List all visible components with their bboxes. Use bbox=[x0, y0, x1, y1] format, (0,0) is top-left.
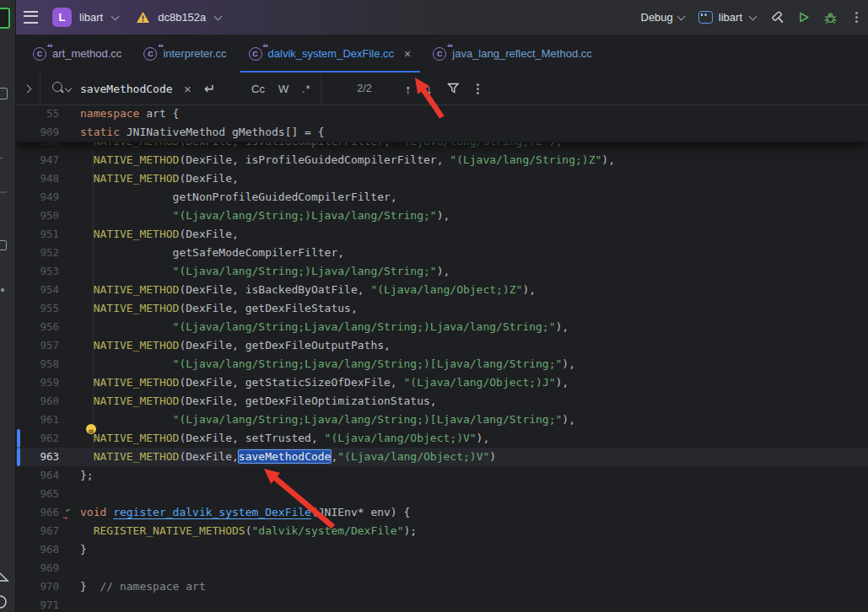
hamburger-icon[interactable] bbox=[24, 11, 38, 24]
code-line-969[interactable]: 969 bbox=[15, 559, 868, 577]
line-number: 948 bbox=[15, 169, 59, 188]
code-line-959[interactable]: 959 NATIVE_METHOD(DexFile, getStaticSize… bbox=[15, 373, 868, 392]
intention-bulb-icon[interactable] bbox=[86, 424, 96, 434]
line-number: 959 bbox=[15, 373, 59, 392]
structure-tool-icon[interactable] bbox=[0, 240, 7, 250]
code-line-968[interactable]: 968} bbox=[15, 540, 868, 559]
line-number: 957 bbox=[15, 336, 59, 355]
multiline-toggle-icon[interactable]: ↵ bbox=[204, 72, 215, 105]
line-number: 970 bbox=[15, 577, 59, 596]
code-line-952[interactable]: 952 getSafeModeCompilerFilter, bbox=[15, 244, 868, 262]
expand-search-button[interactable] bbox=[15, 72, 40, 105]
tab-bar: Cart_method.ccCinterpreter.ccCdalvik_sys… bbox=[15, 35, 868, 73]
code-line-963[interactable]: 963 NATIVE_METHOD(DexFile,saveMethodCode… bbox=[15, 448, 868, 466]
chevron-down-icon[interactable] bbox=[214, 12, 223, 20]
code-line-956[interactable]: 956 "(Ljava/lang/String;Ljava/lang/Strin… bbox=[15, 318, 868, 336]
project-name[interactable]: libart bbox=[79, 11, 103, 24]
code-line-947[interactable]: 947 NATIVE_METHOD(DexFile, isProfileGuid… bbox=[15, 151, 868, 169]
line-number: 969 bbox=[15, 559, 59, 577]
code-line-954[interactable]: 954 NATIVE_METHOD(DexFile, isBackedByOat… bbox=[15, 281, 868, 299]
code-line-960[interactable]: 960 NATIVE_METHOD(DexFile, getDexFileOpt… bbox=[15, 392, 868, 411]
editor[interactable]: 946 NATIVE_METHOD(DexFile, isValidCompil… bbox=[15, 105, 868, 612]
regex-toggle[interactable]: .* bbox=[302, 72, 311, 105]
circle-icon[interactable] bbox=[0, 593, 10, 612]
search-magnifier-icon[interactable] bbox=[52, 82, 62, 92]
code-text: NATIVE_METHOD(DexFile, isBackedByOatFile… bbox=[80, 281, 536, 299]
branch-name[interactable]: dc8b152a bbox=[158, 11, 206, 24]
build-hammer-icon[interactable] bbox=[770, 11, 784, 24]
code-line-958[interactable]: 958 "(Ljava/lang/String;Ljava/lang/Strin… bbox=[15, 355, 868, 373]
match-case-toggle[interactable]: Cc bbox=[251, 72, 265, 105]
code-text: NATIVE_METHOD(DexFile, getStaticSizeOfDe… bbox=[80, 373, 569, 392]
code-text: NATIVE_METHOD(DexFile, bbox=[80, 169, 239, 188]
tab-label: art_method.cc bbox=[52, 47, 121, 60]
line-number: 966 bbox=[15, 503, 59, 522]
run-play-icon[interactable] bbox=[797, 11, 811, 24]
warning-triangle-icon[interactable] bbox=[136, 11, 150, 24]
filter-icon[interactable] bbox=[447, 72, 460, 105]
line-number: 964 bbox=[15, 466, 59, 485]
line-number: 954 bbox=[15, 281, 59, 299]
more-vertical-icon[interactable] bbox=[472, 72, 484, 105]
code-text: "(Ljava/lang/String;Ljava/lang/String;)L… bbox=[80, 318, 569, 336]
close-tab-icon[interactable]: × bbox=[404, 47, 411, 61]
line-number: 958 bbox=[15, 355, 59, 373]
chevron-down-icon[interactable] bbox=[111, 12, 120, 20]
code-text: NATIVE_METHOD(DexFile, getDexFileOptimiz… bbox=[80, 392, 437, 411]
search-history-chevron-icon[interactable] bbox=[65, 85, 72, 92]
code-line-965[interactable]: 965 bbox=[15, 485, 868, 503]
words-toggle[interactable]: W bbox=[278, 72, 288, 105]
search-match-highlight: saveMethodCode bbox=[239, 450, 332, 463]
code-line-948[interactable]: 948 NATIVE_METHOD(DexFile, bbox=[15, 169, 868, 188]
code-line-909[interactable]: 909static JNINativeMethod gMethods[] = { bbox=[15, 123, 868, 142]
arrow-left-icon[interactable]: ← bbox=[0, 150, 5, 163]
code-text: namespace art { bbox=[80, 105, 179, 123]
chevron-down-icon[interactable] bbox=[677, 12, 685, 20]
stripe-divider bbox=[0, 191, 7, 193]
next-match-button[interactable]: ↓ bbox=[426, 72, 433, 105]
project-tool-icon[interactable] bbox=[0, 88, 8, 99]
code-line-957[interactable]: 957 NATIVE_METHOD(DexFile, getDexFileOut… bbox=[15, 336, 868, 355]
code-line-970[interactable]: 970} // namespace art bbox=[15, 577, 868, 596]
expand-chevron-icon bbox=[24, 84, 32, 93]
previous-match-button[interactable]: ↑ bbox=[405, 72, 412, 105]
tab-art_method.cc[interactable]: Cart_method.cc bbox=[22, 35, 132, 72]
run-config-selector[interactable]: libart bbox=[698, 11, 757, 24]
tab-java_lang_reflect_Method.cc[interactable]: Cjava_lang_reflect_Method.cc bbox=[422, 35, 603, 72]
code-line-966[interactable]: 966void register_dalvik_system_DexFile(J… bbox=[15, 503, 868, 522]
code-line-950[interactable]: 950 "(Ljava/lang/String;)Ljava/lang/Stri… bbox=[15, 207, 868, 225]
code-line-967[interactable]: 967 REGISTER_NATIVE_METHODS("dalvik/syst… bbox=[15, 522, 868, 540]
code-line-953[interactable]: 953 "(Ljava/lang/String;)Ljava/lang/Stri… bbox=[15, 262, 868, 281]
code-line-951[interactable]: 951 NATIVE_METHOD(DexFile, bbox=[15, 225, 868, 244]
code-line-971[interactable]: 971 bbox=[15, 596, 868, 612]
code-line-949[interactable]: 949 getNonProfileGuidedCompilerFilter, bbox=[15, 188, 868, 207]
clear-icon[interactable]: × bbox=[184, 72, 191, 105]
code-text: "(Ljava/lang/String;Ljava/lang/String;)[… bbox=[80, 411, 575, 429]
tab-dalvik_system_DexFile.cc[interactable]: Cdalvik_system_DexFile.cc× bbox=[238, 35, 423, 72]
line-number: 952 bbox=[15, 244, 59, 262]
line-number: 951 bbox=[15, 225, 59, 244]
tab-interpreter.cc[interactable]: Cinterpreter.cc bbox=[132, 35, 237, 72]
line-number: 965 bbox=[15, 485, 59, 503]
code-line-55[interactable]: 55namespace art { bbox=[15, 105, 868, 123]
code-text: void register_dalvik_system_DexFile(JNIE… bbox=[80, 503, 410, 522]
dot-icon bbox=[1, 288, 4, 292]
line-number: 967 bbox=[15, 522, 59, 540]
code-text: "(Ljava/lang/String;Ljava/lang/String;)[… bbox=[80, 355, 575, 373]
run-mode-selector[interactable]: Debug bbox=[641, 11, 673, 24]
gutter-nav-arrows-icon[interactable] bbox=[61, 503, 78, 522]
project-avatar[interactable]: L bbox=[52, 8, 72, 27]
tab-label: interpreter.cc bbox=[163, 47, 226, 60]
triangle-icon[interactable] bbox=[0, 566, 10, 583]
code-line-961[interactable]: 961 "(Ljava/lang/String;Ljava/lang/Strin… bbox=[15, 411, 868, 429]
code-line-964[interactable]: 964}; bbox=[15, 466, 868, 485]
code-line-962[interactable]: 962 NATIVE_METHOD(DexFile, setTrusted, "… bbox=[15, 429, 868, 448]
more-vertical-icon[interactable] bbox=[855, 16, 858, 19]
search-input[interactable]: saveMethodCode bbox=[80, 72, 173, 105]
line-number: 955 bbox=[15, 299, 59, 318]
code-text: REGISTER_NATIVE_METHODS("dalvik/system/D… bbox=[80, 522, 417, 540]
debug-bug-icon[interactable] bbox=[823, 11, 838, 24]
code-line-955[interactable]: 955 NATIVE_METHOD(DexFile, getDexFileSta… bbox=[15, 299, 868, 318]
sticky-header: 55namespace art {909static JNINativeMeth… bbox=[15, 105, 868, 142]
ide-window: ← L libart dc8b152a Debug bbox=[0, 0, 868, 612]
